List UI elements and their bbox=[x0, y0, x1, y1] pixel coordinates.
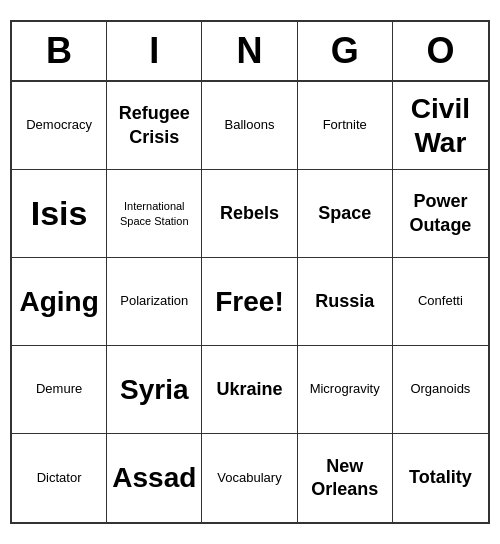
cell-text-3: Fortnite bbox=[323, 117, 367, 134]
bingo-cell-11[interactable]: Polarization bbox=[107, 258, 202, 346]
cell-text-7: Rebels bbox=[220, 202, 279, 225]
cell-text-14: Confetti bbox=[418, 293, 463, 310]
cell-text-5: Isis bbox=[31, 193, 88, 234]
cell-text-18: Microgravity bbox=[310, 381, 380, 398]
cell-text-22: Vocabulary bbox=[217, 470, 281, 487]
bingo-header: BINGO bbox=[12, 22, 488, 82]
bingo-cell-10[interactable]: Aging bbox=[12, 258, 107, 346]
header-letter-b: B bbox=[12, 22, 107, 80]
cell-text-13: Russia bbox=[315, 290, 374, 313]
bingo-cell-0[interactable]: Democracy bbox=[12, 82, 107, 170]
cell-text-2: Balloons bbox=[225, 117, 275, 134]
bingo-cell-12[interactable]: Free! bbox=[202, 258, 297, 346]
bingo-cell-15[interactable]: Demure bbox=[12, 346, 107, 434]
cell-text-8: Space bbox=[318, 202, 371, 225]
bingo-cell-20[interactable]: Dictator bbox=[12, 434, 107, 522]
cell-text-0: Democracy bbox=[26, 117, 92, 134]
cell-text-1: Refugee Crisis bbox=[111, 102, 197, 149]
cell-text-12: Free! bbox=[215, 286, 283, 318]
bingo-cell-16[interactable]: Syria bbox=[107, 346, 202, 434]
header-letter-n: N bbox=[202, 22, 297, 80]
cell-text-9: Power Outage bbox=[397, 190, 484, 237]
bingo-cell-19[interactable]: Organoids bbox=[393, 346, 488, 434]
bingo-card: BINGO DemocracyRefugee CrisisBalloonsFor… bbox=[10, 20, 490, 524]
bingo-cell-18[interactable]: Microgravity bbox=[298, 346, 393, 434]
bingo-cell-2[interactable]: Balloons bbox=[202, 82, 297, 170]
bingo-cell-24[interactable]: Totality bbox=[393, 434, 488, 522]
bingo-cell-7[interactable]: Rebels bbox=[202, 170, 297, 258]
bingo-cell-21[interactable]: Assad bbox=[107, 434, 202, 522]
bingo-cell-23[interactable]: New Orleans bbox=[298, 434, 393, 522]
bingo-cell-14[interactable]: Confetti bbox=[393, 258, 488, 346]
bingo-cell-4[interactable]: Civil War bbox=[393, 82, 488, 170]
header-letter-g: G bbox=[298, 22, 393, 80]
bingo-cell-6[interactable]: International Space Station bbox=[107, 170, 202, 258]
cell-text-10: Aging bbox=[19, 285, 98, 319]
cell-text-4: Civil War bbox=[397, 92, 484, 159]
cell-text-11: Polarization bbox=[120, 293, 188, 310]
bingo-cell-17[interactable]: Ukraine bbox=[202, 346, 297, 434]
bingo-cell-3[interactable]: Fortnite bbox=[298, 82, 393, 170]
header-letter-o: O bbox=[393, 22, 488, 80]
cell-text-21: Assad bbox=[112, 461, 196, 495]
cell-text-24: Totality bbox=[409, 466, 472, 489]
bingo-cell-22[interactable]: Vocabulary bbox=[202, 434, 297, 522]
bingo-cell-5[interactable]: Isis bbox=[12, 170, 107, 258]
cell-text-20: Dictator bbox=[37, 470, 82, 487]
cell-text-6: International Space Station bbox=[111, 199, 197, 228]
bingo-cell-13[interactable]: Russia bbox=[298, 258, 393, 346]
bingo-cell-8[interactable]: Space bbox=[298, 170, 393, 258]
bingo-cell-9[interactable]: Power Outage bbox=[393, 170, 488, 258]
bingo-cell-1[interactable]: Refugee Crisis bbox=[107, 82, 202, 170]
cell-text-19: Organoids bbox=[410, 381, 470, 398]
cell-text-23: New Orleans bbox=[302, 455, 388, 502]
header-letter-i: I bbox=[107, 22, 202, 80]
cell-text-16: Syria bbox=[120, 373, 189, 407]
bingo-grid: DemocracyRefugee CrisisBalloonsFortniteC… bbox=[12, 82, 488, 522]
cell-text-15: Demure bbox=[36, 381, 82, 398]
cell-text-17: Ukraine bbox=[216, 378, 282, 401]
